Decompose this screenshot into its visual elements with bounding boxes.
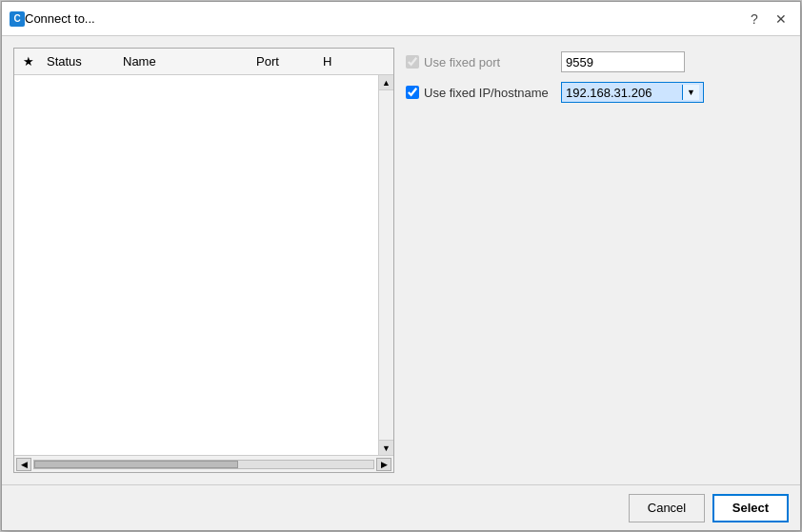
table-body[interactable] — [14, 75, 378, 455]
scroll-left-arrow[interactable]: ◀ — [16, 458, 31, 471]
dialog-footer: Cancel Select — [2, 484, 800, 530]
col-header-h: H — [319, 54, 393, 69]
fixed-ip-label[interactable]: Use fixed IP/hostname — [406, 86, 553, 100]
title-bar: C Connect to... ? ✕ — [2, 2, 800, 36]
fixed-port-row: Use fixed port — [406, 51, 789, 72]
select-button[interactable]: Select — [712, 494, 789, 522]
fixed-ip-value: 192.168.31.206 — [566, 86, 682, 100]
scroll-track[interactable] — [379, 90, 393, 440]
fixed-ip-combo[interactable]: 192.168.31.206 ▼ — [561, 82, 704, 103]
close-button[interactable]: ✕ — [770, 8, 792, 30]
scroll-h-thumb[interactable] — [34, 461, 238, 468]
vertical-scrollbar[interactable]: ▲ ▼ — [378, 75, 393, 455]
cancel-button[interactable]: Cancel — [629, 494, 705, 522]
dialog-body: ★ Status Name Port H ▲ ▼ ◀ — [2, 36, 800, 484]
fixed-ip-checkbox[interactable] — [406, 86, 419, 99]
dialog-title: Connect to... — [25, 11, 743, 26]
fixed-ip-row: Use fixed IP/hostname 192.168.31.206 ▼ — [406, 82, 789, 103]
title-bar-buttons: ? ✕ — [743, 8, 792, 30]
table-container: ▲ ▼ — [14, 75, 393, 455]
fixed-port-checkbox[interactable] — [406, 55, 419, 69]
col-header-port: Port — [252, 54, 319, 69]
fixed-port-label[interactable]: Use fixed port — [406, 55, 553, 69]
help-button[interactable]: ? — [743, 8, 766, 30]
scroll-up-arrow[interactable]: ▲ — [379, 75, 393, 90]
col-header-star: ★ — [14, 54, 43, 69]
table-rows — [14, 75, 378, 455]
fixed-port-label-text: Use fixed port — [424, 55, 500, 69]
options-panel: Use fixed port Use fixed IP/hostname 192… — [406, 48, 789, 473]
horizontal-scrollbar[interactable]: ◀ ▶ — [14, 455, 393, 472]
table-header: ★ Status Name Port H — [14, 49, 393, 75]
col-header-status: Status — [43, 54, 119, 69]
fixed-ip-label-text: Use fixed IP/hostname — [424, 86, 549, 100]
scroll-h-track[interactable] — [33, 460, 374, 469]
col-header-name: Name — [119, 54, 252, 69]
connect-dialog: C Connect to... ? ✕ ★ Status Name Port H… — [1, 1, 801, 531]
app-icon: C — [10, 11, 25, 27]
scroll-right-arrow[interactable]: ▶ — [376, 458, 391, 471]
fixed-port-input[interactable] — [561, 51, 685, 72]
combo-dropdown-arrow[interactable]: ▼ — [682, 85, 699, 100]
scroll-down-arrow[interactable]: ▼ — [379, 440, 393, 455]
connection-table-panel: ★ Status Name Port H ▲ ▼ ◀ — [13, 48, 394, 473]
